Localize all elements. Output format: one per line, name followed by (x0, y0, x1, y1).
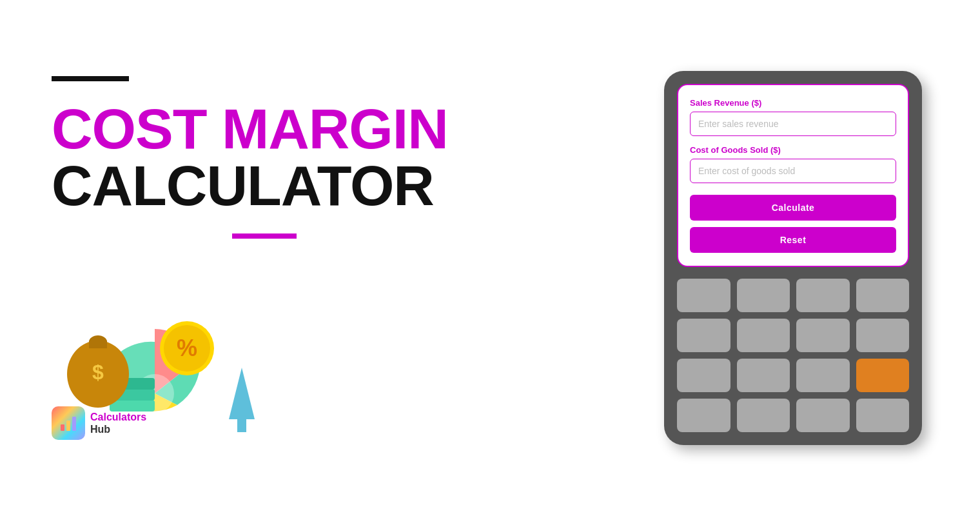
calculator-body: Sales Revenue ($) Cost of Goods Sold ($)… (664, 71, 922, 445)
key-2[interactable] (737, 279, 790, 312)
calculator-section: Sales Revenue ($) Cost of Goods Sold ($)… (658, 71, 928, 445)
mid-decorative-bar (232, 233, 297, 239)
key-8[interactable] (856, 319, 910, 352)
reset-button[interactable]: Reset (690, 227, 896, 253)
key-6[interactable] (737, 319, 790, 352)
key-12[interactable] (677, 399, 730, 432)
calculate-button[interactable]: Calculate (690, 195, 896, 221)
logo-icon (52, 406, 85, 440)
left-section: COST MARGIN CALCULATOR $ (52, 76, 658, 440)
key-13[interactable] (737, 399, 790, 432)
logo-name-line1: Calculators (90, 412, 146, 422)
key-5[interactable] (677, 319, 730, 352)
cogs-input[interactable] (690, 159, 896, 183)
key-orange[interactable] (856, 359, 910, 392)
calculator-screen: Sales Revenue ($) Cost of Goods Sold ($)… (677, 84, 909, 267)
title-line1: COST MARGIN (52, 101, 658, 157)
svg-text:$: $ (92, 361, 104, 384)
key-1[interactable] (677, 279, 730, 312)
title-line2: CALCULATOR (52, 157, 658, 214)
keypad (677, 279, 909, 432)
logo-svg-icon (58, 413, 79, 433)
sales-revenue-input[interactable] (690, 112, 896, 136)
svg-rect-14 (66, 421, 70, 431)
svg-rect-6 (89, 341, 107, 348)
key-9[interactable] (677, 359, 730, 392)
key-10[interactable] (737, 359, 790, 392)
logo-name-line2: Hub (90, 423, 146, 435)
top-decorative-bar (52, 76, 129, 81)
key-3[interactable] (796, 279, 850, 312)
svg-rect-13 (61, 424, 64, 431)
key-7[interactable] (796, 319, 850, 352)
svg-rect-15 (72, 417, 76, 431)
sales-revenue-label: Sales Revenue ($) (690, 98, 896, 108)
key-14[interactable] (796, 399, 850, 432)
svg-text:%: % (177, 335, 197, 361)
logo-text: Calculators Hub (90, 411, 146, 435)
logo: Calculators Hub (52, 406, 658, 440)
key-4[interactable] (856, 279, 910, 312)
cogs-label: Cost of Goods Sold ($) (690, 145, 896, 155)
key-15[interactable] (856, 399, 910, 432)
key-11[interactable] (796, 359, 850, 392)
